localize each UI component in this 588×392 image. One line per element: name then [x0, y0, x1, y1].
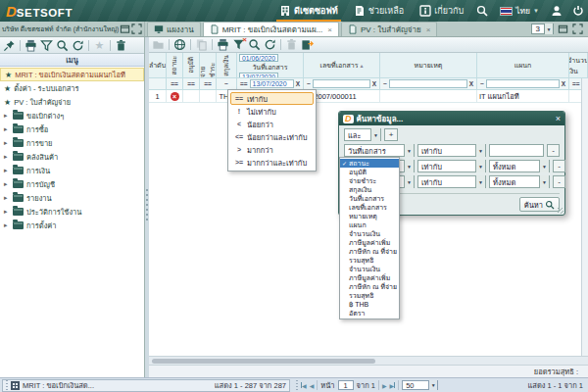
field-list-item[interactable]: จำนวนเงิน — [340, 265, 399, 273]
column-header-amount[interactable]: จำนวนเงิน — [569, 53, 588, 77]
field-list-item[interactable]: สกุลเงิน — [340, 185, 399, 194]
value-select[interactable]: ทั้งหมด ▼ — [489, 160, 550, 172]
vertical-scrollbar[interactable] — [581, 78, 588, 356]
first-page-button[interactable]: ◀ — [301, 382, 307, 389]
filter-icon[interactable] — [40, 39, 53, 52]
windows-icon[interactable] — [558, 24, 568, 34]
field-list-item[interactable]: หมายเหตุ — [340, 212, 399, 220]
clear-filter-button[interactable]: X — [562, 80, 565, 87]
nav-item-about[interactable]: เกี่ยวกับ — [413, 0, 470, 22]
context-menu-item[interactable]: >มากกว่า — [230, 143, 314, 156]
date-from-box[interactable]: 01/06/2020 — [239, 54, 278, 62]
column-header-currency[interactable]: สกุลเงิน — [217, 53, 237, 77]
refresh-icon[interactable] — [264, 38, 276, 51]
context-menu-item[interactable]: <=น้อยกว่าและเท่ากับ — [230, 130, 314, 143]
print-icon[interactable] — [217, 38, 229, 51]
language-selector[interactable]: ไทย ▼ — [494, 4, 545, 18]
value-select[interactable]: ทั้งหมด ▼ — [489, 175, 550, 188]
context-menu-item[interactable]: <น้อยกว่า — [230, 118, 314, 130]
nav-item-help[interactable]: ช่วยเหลือ — [347, 0, 411, 22]
column-header-status[interactable]: สถานะ — [167, 53, 183, 77]
clear-filter-button[interactable]: X — [296, 80, 300, 87]
sidebar-favorite-item[interactable]: ★MRIT : ขอเบิกเงินสดตามแผนกไอที — [0, 68, 144, 81]
tab-pv[interactable]: PV : ใบสำคัญจ่าย × — [341, 22, 437, 36]
filter-operator-button[interactable]: == — [240, 80, 248, 87]
sidebar-favorite-item[interactable]: ★ตั้งค่า - ระบบเอกสาร — [0, 81, 144, 95]
column-header-pay[interactable]: จ่ายชำระ — [200, 53, 217, 77]
star-icon[interactable]: ★ — [93, 39, 106, 52]
column-header-seq[interactable]: ลำดับ — [149, 53, 167, 77]
next-page-button[interactable]: ▶ — [382, 382, 387, 389]
scrollbar-thumb[interactable] — [152, 359, 375, 364]
column-header-docno[interactable]: เลขที่เอกสาร▴ — [304, 53, 380, 77]
refresh-icon[interactable] — [72, 39, 84, 52]
window-count-select[interactable]: 3 ▼ — [531, 24, 554, 34]
copy-icon[interactable] — [195, 38, 208, 51]
operator-select[interactable]: เท่ากับ ▼ — [417, 144, 486, 157]
clear-filter-icon[interactable]: × — [232, 38, 245, 51]
column-header-dept[interactable]: แผนก — [477, 53, 569, 77]
field-list-item[interactable]: จ่ายชำระ — [340, 176, 399, 185]
field-list-item[interactable]: ฿ THB — [340, 300, 399, 309]
filter-operator-button[interactable]: ~ — [307, 80, 311, 87]
trash-icon[interactable] — [285, 38, 298, 51]
field-list-item[interactable]: จำนวนเงิน — [340, 229, 399, 238]
field-list-item[interactable]: อนุมัติ — [340, 168, 399, 176]
nav-item-dsetsoft[interactable]: ดีเซตซอฟท์ — [272, 0, 345, 22]
close-icon[interactable]: × — [426, 25, 431, 34]
field-list-item[interactable]: ภาษีมูลค่าเพิ่ม — [340, 238, 399, 247]
value-input[interactable] — [489, 144, 544, 157]
add-condition-button[interactable]: + — [384, 128, 398, 141]
tab-dashboard[interactable]: แผงงาน — [147, 22, 201, 36]
globe-icon[interactable] — [173, 38, 186, 51]
sidebar-folder-item[interactable]: ▸การขาย — [0, 136, 144, 150]
taskbar-window-button[interactable]: MRIT : ขอเบิกเงินสด... แสดง 1 - 287 จาก … — [2, 379, 290, 392]
remove-condition-button[interactable]: - — [553, 175, 565, 188]
dialog-titlebar[interactable]: D ค้นหาข้อมูล... × — [339, 112, 564, 125]
tab-mrit[interactable]: MRIT : ขอเบิกเงินสดตามแผ... × — [203, 22, 339, 36]
filter-note-input[interactable] — [389, 79, 467, 88]
field-list-item[interactable]: รวมสุทธิ — [340, 256, 399, 265]
field-list-item[interactable]: ภาษีหัก ณ ที่จ่าย — [340, 247, 399, 256]
sidebar-folder-item[interactable]: ▸ขอเบิกต่างๆ — [0, 109, 144, 122]
field-list-item[interactable]: แผนก — [340, 220, 399, 229]
pin-icon[interactable] — [3, 39, 16, 52]
filter-status[interactable]: == — [167, 78, 183, 89]
table-row[interactable]: 1 × THB 202007/000011 IT แผนกไอที — [149, 90, 588, 103]
sidebar-favorite-item[interactable]: ★PV : ใบสำคัญจ่าย — [0, 95, 144, 109]
field-list-item[interactable]: วันที่เอกสาร — [340, 194, 399, 203]
logout-button[interactable] — [568, 0, 588, 22]
last-page-button[interactable]: ▶ — [390, 382, 396, 389]
sidebar-folder-item[interactable]: ▸การเงิน — [0, 164, 144, 177]
windows-icon[interactable] — [120, 24, 130, 34]
trash-icon[interactable] — [115, 39, 127, 52]
filter-dept-input[interactable] — [486, 79, 560, 88]
date-to-box[interactable]: 13/07/2020 — [239, 73, 278, 77]
global-search-button[interactable] — [472, 0, 492, 22]
close-icon[interactable]: × — [327, 25, 332, 34]
sidebar-folder-item[interactable]: ▸การซื้อ — [0, 122, 144, 136]
filter-date-input[interactable]: 13/07/2020 — [250, 79, 294, 88]
print-icon[interactable] — [24, 39, 37, 52]
resize-grip-icon[interactable] — [558, 208, 564, 214]
clear-filter-button[interactable]: X — [372, 80, 376, 87]
expand-icon[interactable] — [572, 24, 583, 34]
filter-currency[interactable]: ~ — [217, 78, 237, 89]
filter-approve[interactable]: == — [183, 78, 200, 89]
page-number-input[interactable]: 1 — [338, 380, 354, 390]
column-header-date[interactable]: 01/06/2020 วันที่เอกสาร 13/07/2020 — [237, 53, 304, 77]
field-list-item[interactable]: ✓สถานะ — [340, 159, 399, 168]
sidebar-folder-item[interactable]: ▸คลังสินค้า — [0, 150, 144, 164]
filter-pay[interactable]: == — [200, 78, 217, 89]
search-submit-button[interactable]: ค้นหา — [519, 197, 560, 212]
sidebar-folder-item[interactable]: ▸การตั้งค่า — [0, 219, 144, 232]
context-menu-item[interactable]: >=มากกว่าและเท่ากับ — [230, 156, 314, 169]
horizontal-scrollbar[interactable] — [149, 356, 588, 365]
operator-select[interactable]: เท่ากับ ▼ — [417, 175, 486, 188]
remove-condition-button[interactable]: - — [553, 160, 565, 172]
sidebar-folder-item[interactable]: ▸ประวัติการใช้งาน — [0, 205, 144, 219]
field-list-item[interactable]: ภาษีมูลค่าเพิ่ม — [340, 273, 399, 282]
prev-page-button[interactable]: ◀ — [310, 382, 315, 389]
column-header-approve[interactable]: อนุมัติ — [183, 53, 200, 77]
field-list-item[interactable]: รวมสุทธิ — [340, 291, 399, 300]
